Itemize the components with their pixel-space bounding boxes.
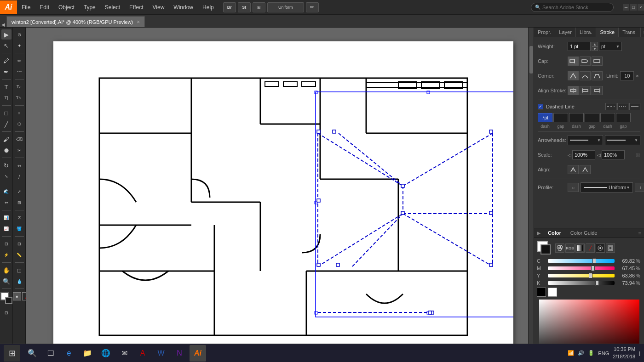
pen-tool[interactable]: 🖊 [1, 56, 12, 66]
k-slider[interactable] [548, 281, 615, 285]
align-inside-btn[interactable] [580, 86, 591, 95]
gap-field-1[interactable] [553, 113, 568, 122]
corner-round-btn[interactable] [580, 71, 591, 80]
align2-btn-2[interactable] [580, 165, 591, 174]
window-maximize[interactable]: □ [630, 4, 637, 11]
rectangle-tool[interactable]: □ [1, 108, 12, 118]
hand-tool[interactable]: ✋ [1, 265, 12, 275]
tab-layers[interactable]: Layer [555, 28, 576, 37]
illustrator-taskbar-btn[interactable]: Ai [190, 345, 206, 362]
color-tab[interactable]: Color [543, 228, 566, 238]
task-view-btn[interactable]: ❑ [42, 345, 59, 362]
dash-field-3[interactable] [600, 113, 615, 122]
zoom-tool[interactable]: 🔍 [1, 276, 12, 286]
c-slider[interactable] [548, 259, 615, 263]
corner-miter-btn[interactable] [568, 71, 579, 80]
acrobat-btn[interactable]: A [134, 345, 151, 362]
color-panel-collapse[interactable]: ▶ [534, 229, 543, 237]
tab-close-btn[interactable]: × [137, 19, 140, 25]
profile-flip-h[interactable]: ↔ [568, 183, 579, 192]
scroll-thumb-vertical[interactable] [529, 46, 533, 74]
gradient-icon-btn[interactable] [575, 243, 585, 253]
c-thumb[interactable] [592, 258, 596, 264]
color-panel-menu[interactable]: ≡ [636, 229, 644, 237]
menu-effect[interactable]: Effect [125, 0, 148, 15]
menu-view[interactable]: View [148, 0, 169, 15]
menu-object[interactable]: Object [54, 0, 79, 15]
tab-properties[interactable]: Propr. [534, 28, 555, 37]
profile-flip-v[interactable]: ↕ [635, 183, 644, 192]
rotate-tool[interactable]: ↻ [1, 160, 12, 170]
menu-select[interactable]: Select [100, 0, 125, 15]
touch-type-tool[interactable]: T| [1, 93, 12, 103]
gap-field-2[interactable] [585, 113, 599, 122]
warp-tool[interactable]: 🌊 [1, 187, 12, 197]
line-tool[interactable]: ╱ [1, 119, 12, 129]
arrowhead-end-select[interactable]: ▼ [605, 135, 640, 145]
workspace-menu[interactable]: Uniform [267, 2, 304, 12]
align2-btn-1[interactable] [568, 165, 579, 174]
global-color-btn[interactable] [606, 243, 615, 253]
magic-wand-tool[interactable]: ✦ [14, 40, 24, 51]
word-btn[interactable]: W [153, 345, 169, 362]
search-input[interactable] [542, 5, 607, 10]
bg-swatch[interactable] [540, 244, 551, 255]
scissors-tool[interactable]: ✂ [14, 145, 24, 155]
rgb-icon-btn[interactable]: RGB [565, 243, 575, 253]
brush-tool-btn[interactable]: ✏ [306, 2, 319, 12]
align-center-btn[interactable] [568, 86, 579, 95]
weight-up[interactable]: ▲ [592, 42, 598, 46]
align-outside-btn[interactable] [592, 86, 603, 95]
path-type-tool[interactable]: T⤷ [14, 93, 24, 103]
dash-pattern-btn-2[interactable] [617, 103, 628, 110]
cap-round-btn[interactable] [580, 57, 591, 66]
tab-scroll-left[interactable]: ◀ [0, 22, 6, 27]
none-color-btn[interactable]: ╱ [586, 243, 595, 253]
cap-butt-btn[interactable] [568, 57, 579, 66]
edge-browser-btn[interactable]: e [61, 345, 77, 362]
white-swatch[interactable] [548, 288, 557, 297]
start-button[interactable]: ⊞ [4, 345, 20, 362]
live-paint-tool[interactable]: 🪣 [14, 224, 24, 234]
profile-dropdown[interactable]: Uniform ▼ [581, 182, 633, 192]
tab-transform[interactable]: Trans. [619, 28, 641, 37]
document-tab[interactable]: winton2 [Converted].AI* @ 400% (RGB/GPU … [6, 16, 145, 27]
scrollbar-vertical[interactable] [528, 28, 534, 362]
reflect-tool[interactable]: ⇔ [14, 160, 24, 170]
black-swatch[interactable] [537, 288, 546, 297]
panel-expand-btn[interactable]: ≡ [641, 28, 644, 37]
scale-x-value[interactable]: 100% [572, 150, 595, 159]
pencil-tool[interactable]: ✏ [14, 56, 24, 66]
dash-pattern-btn-3[interactable] [629, 103, 640, 110]
curvature-tool[interactable]: ✒ [1, 67, 12, 77]
menu-edit[interactable]: Edit [35, 0, 54, 15]
menu-type[interactable]: Type [79, 0, 100, 15]
polygon-tool[interactable]: ⬡ [14, 119, 24, 129]
scale-link[interactable]: ⛓ [636, 153, 640, 158]
arrowhead-start-select[interactable]: ▼ [568, 135, 603, 145]
stock-btn[interactable]: St [238, 2, 251, 12]
limit-value[interactable]: 10 [620, 71, 634, 80]
window-close[interactable]: × [638, 4, 644, 11]
change-screen-mode[interactable]: ⊡ [1, 308, 12, 318]
shear-tool[interactable]: ⧸ [14, 171, 24, 181]
search-taskbar-btn[interactable]: 🔍 [24, 345, 40, 362]
width-tool[interactable]: ⇔ [1, 198, 12, 208]
window-minimize[interactable]: ─ [623, 4, 629, 11]
type-tool[interactable]: T [1, 82, 12, 92]
lasso-tool[interactable]: ⊙ [14, 29, 24, 40]
reshape-tool[interactable]: ⤢ [14, 187, 24, 197]
mail-btn[interactable]: ✉ [116, 345, 132, 362]
menu-window[interactable]: Window [169, 0, 198, 15]
y-thumb[interactable] [589, 273, 592, 278]
dashed-line-checkbox[interactable]: ✓ [538, 104, 543, 109]
show-desktop-btn[interactable]: | [639, 351, 640, 356]
tab-libraries[interactable]: Libra. [576, 28, 597, 37]
blend-tool[interactable]: ⧖ [14, 213, 24, 223]
paintbrush-tool[interactable]: 🖌 [1, 134, 12, 144]
eraser-tool[interactable]: ⌫ [14, 134, 24, 144]
menu-file[interactable]: File [17, 0, 35, 15]
weight-down[interactable]: ▼ [592, 46, 598, 51]
gap-field-3[interactable] [616, 113, 631, 122]
smooth-tool[interactable]: 〰 [14, 67, 24, 77]
